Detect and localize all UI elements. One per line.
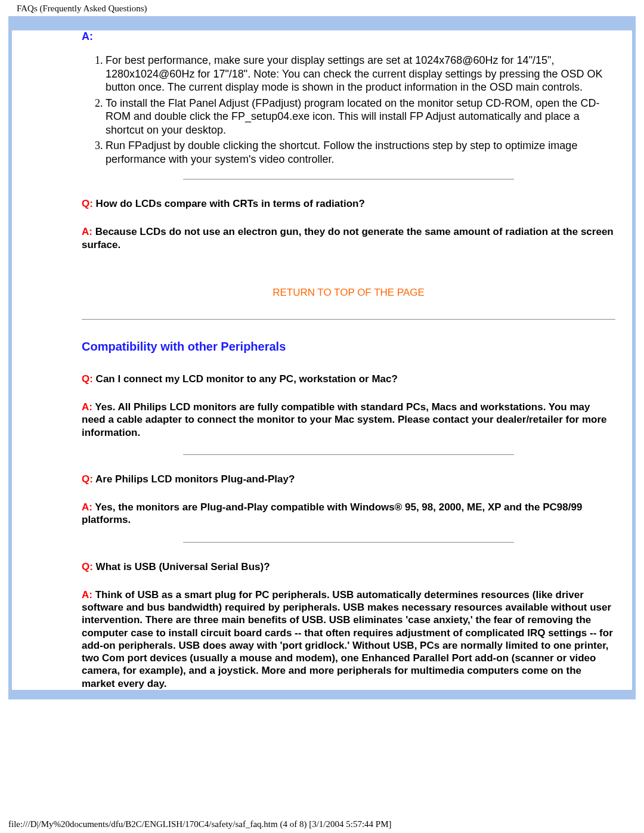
list-item: For best performance, make sure your dis… bbox=[106, 54, 615, 94]
content-inner: A: For best performance, make sure your … bbox=[12, 30, 632, 690]
divider bbox=[183, 542, 514, 543]
a-label: A: bbox=[82, 226, 92, 237]
a-text: Yes. All Philips LCD monitors are fully … bbox=[82, 401, 607, 438]
list-item: To install the Flat Panel Adjust (FPadju… bbox=[106, 97, 615, 137]
q-text: Can I connect my LCD monitor to any PC, … bbox=[93, 373, 398, 385]
breadcrumb: FAQs (Frequently Asked Questions) bbox=[0, 0, 644, 14]
q-label: Q: bbox=[82, 373, 93, 385]
section-divider bbox=[82, 319, 615, 320]
content-column: A: For best performance, make sure your … bbox=[82, 30, 615, 690]
a-label: A: bbox=[82, 589, 92, 600]
q-label: Q: bbox=[82, 473, 93, 485]
a-text: Think of USB as a smart plug for PC peri… bbox=[82, 589, 613, 689]
footer-path: file:///D|/My%20documents/dfu/B2C/ENGLIS… bbox=[8, 819, 392, 829]
a-label: A: bbox=[82, 501, 92, 513]
q-text: Are Philips LCD monitors Plug-and-Play? bbox=[93, 473, 295, 485]
q-text: What is USB (Universal Serial Bus)? bbox=[93, 561, 270, 572]
a-text: Because LCDs do not use an electron gun,… bbox=[82, 226, 614, 250]
q-label: Q: bbox=[82, 198, 93, 209]
qa-block-compat-q: Q: Can I connect my LCD monitor to any P… bbox=[82, 373, 615, 385]
steps-list: For best performance, make sure your dis… bbox=[82, 54, 615, 166]
divider bbox=[183, 179, 514, 179]
page: FAQs (Frequently Asked Questions) A: For… bbox=[0, 0, 644, 833]
q-label: Q: bbox=[82, 561, 93, 572]
qa-block-pnp-q: Q: Are Philips LCD monitors Plug-and-Pla… bbox=[82, 473, 615, 485]
a-text: Yes, the monitors are Plug-and-Play comp… bbox=[82, 501, 582, 525]
list-item: Run FPadjust by double clicking the shor… bbox=[106, 139, 615, 166]
divider bbox=[183, 454, 514, 455]
qa-block-radiation-a: A: Because LCDs do not use an electron g… bbox=[82, 225, 615, 251]
qa-block-pnp-a: A: Yes, the monitors are Plug-and-Play c… bbox=[82, 501, 615, 527]
return-to-top-link[interactable]: RETURN TO TOP OF THE PAGE bbox=[82, 287, 615, 299]
q-text: How do LCDs compare with CRTs in terms o… bbox=[93, 198, 365, 209]
answer-label: A: bbox=[82, 30, 615, 43]
content-frame: A: For best performance, make sure your … bbox=[8, 16, 636, 699]
qa-block-compat-a: A: Yes. All Philips LCD monitors are ful… bbox=[82, 401, 615, 439]
a-label: A: bbox=[82, 401, 92, 413]
qa-block-usb-a: A: Think of USB as a smart plug for PC p… bbox=[82, 589, 615, 690]
qa-block-radiation-q: Q: How do LCDs compare with CRTs in term… bbox=[82, 197, 615, 210]
section-heading-compat: Compatibility with other Peripherals bbox=[82, 340, 615, 354]
qa-block-usb-q: Q: What is USB (Universal Serial Bus)? bbox=[82, 561, 615, 573]
